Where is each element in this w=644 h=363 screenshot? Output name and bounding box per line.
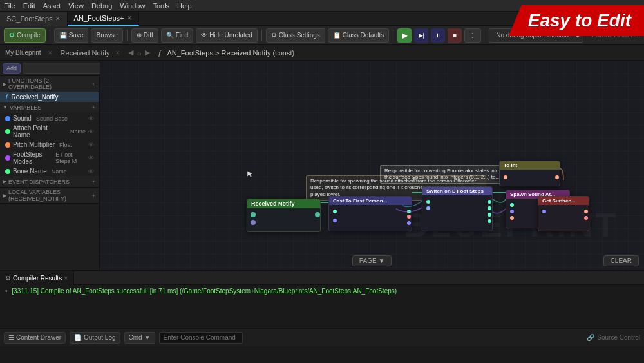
menu-view[interactable]: View bbox=[68, 2, 84, 10]
variables-section-header[interactable]: ▼ VARIABLES ＋ bbox=[0, 102, 99, 113]
variables-expand-icon: ▼ bbox=[3, 104, 8, 110]
page-button[interactable]: PAGE ▼ bbox=[352, 255, 392, 266]
hide-unrelated-button[interactable]: 👁 Hide Unrelated bbox=[196, 28, 258, 43]
local-vars-section-header[interactable]: ▶ LOCAL VARIABLES (RECEIVED_NOTIFY) ＋ bbox=[0, 188, 99, 204]
svg-point-13 bbox=[488, 219, 491, 223]
menu-asset[interactable]: Asset bbox=[43, 2, 61, 10]
add-dispatcher-button[interactable]: ＋ bbox=[91, 177, 97, 186]
pitch-visibility[interactable]: 👁 bbox=[88, 142, 94, 148]
save-button[interactable]: 💾 Save bbox=[54, 28, 89, 43]
cmd-button[interactable]: Cmd ▼ bbox=[124, 332, 155, 344]
tab-sc-footsteps[interactable]: SC_FootSteps ✕ bbox=[0, 12, 68, 26]
bone-label: Bone Name bbox=[13, 168, 47, 175]
local-vars-label: LOCAL VARIABLES (RECEIVED_NOTIFY) bbox=[8, 189, 91, 202]
sidebar-item-footsteps-modes[interactable]: FootSteps Modes E Foot Steps M 👁 bbox=[0, 150, 99, 166]
svg-point-20 bbox=[542, 210, 546, 213]
compile-icon: ⚙ bbox=[9, 32, 15, 39]
menu-edit[interactable]: Edit bbox=[23, 2, 35, 10]
save-icon: 💾 bbox=[59, 32, 67, 39]
menu-tools[interactable]: Tools bbox=[153, 2, 169, 10]
compile-button[interactable]: ⚙ Compile bbox=[4, 28, 46, 43]
clear-button[interactable]: CLEAR bbox=[603, 255, 639, 266]
compiler-label: Compiler Results bbox=[13, 275, 62, 282]
stop-button[interactable]: ■ bbox=[448, 28, 462, 43]
tab-sc-close[interactable]: ✕ bbox=[55, 15, 61, 22]
node-int-convert[interactable]: To Int bbox=[499, 161, 560, 186]
bottom-bar: ☰ Content Drawer 📄 Output Log Cmd ▼ 🔗 So… bbox=[0, 328, 644, 346]
bone-type: Name bbox=[52, 168, 67, 175]
pause-button[interactable]: ⏸ bbox=[431, 28, 445, 43]
sidebar-panel-tab[interactable]: My Blueprint bbox=[5, 49, 41, 56]
compiler-close[interactable]: ✕ bbox=[64, 275, 68, 281]
tab-an-close[interactable]: ✕ bbox=[127, 15, 132, 21]
sound-dot bbox=[5, 116, 10, 121]
tab-compiler-results[interactable]: ⚙ Compiler Results ✕ bbox=[0, 271, 74, 285]
functions-section-header[interactable]: ▶ FUNCTIONS (2 OVERRIDABLE) ＋ bbox=[0, 76, 99, 92]
class-settings-button[interactable]: ⚙ Class Settings bbox=[266, 28, 325, 43]
functions-label: FUNCTIONS (2 OVERRIDABLE) bbox=[8, 77, 91, 90]
menu-file[interactable]: File bbox=[4, 2, 15, 10]
blueprint-canvas[interactable]: BLUEPRINT Responsible for converting Enu… bbox=[100, 61, 644, 270]
bone-visibility[interactable]: 👁 bbox=[88, 168, 94, 175]
svg-point-17 bbox=[510, 216, 514, 220]
node-cast-check[interactable]: Cast To First Person... bbox=[328, 196, 412, 231]
find-icon: 🔍 bbox=[166, 32, 174, 39]
received-notify-close[interactable]: ✕ bbox=[115, 50, 120, 56]
menu-window[interactable]: Window bbox=[120, 2, 145, 10]
tab-sc-label: SC_FootSteps bbox=[6, 15, 53, 23]
breadcrumb-bar: My Blueprint ✕ Received Notify ✕ ◀ ⌂ ▶ ƒ… bbox=[0, 45, 644, 61]
dispatchers-section-header[interactable]: ▶ EVENT DISPATCHERS ＋ bbox=[0, 176, 99, 188]
sound-label: Sound bbox=[13, 115, 32, 122]
toolbar-sep-4 bbox=[393, 30, 393, 41]
sidebar-item-pitch[interactable]: Pitch Multiplier Float 👁 bbox=[0, 140, 99, 150]
attach-label: Attach Point Name bbox=[13, 124, 66, 139]
sound-visibility[interactable]: 👁 bbox=[88, 115, 94, 122]
easy-to-edit-banner: Easy to Edit bbox=[509, 5, 644, 36]
sidebar-item-sound[interactable]: Sound Sound Base 👁 bbox=[0, 113, 99, 123]
function-icon: ƒ bbox=[5, 93, 9, 101]
node-received-notify[interactable]: Received Notify bbox=[247, 199, 321, 232]
svg-point-19 bbox=[555, 175, 559, 179]
bone-dot bbox=[5, 169, 10, 174]
variables-label: VARIABLES bbox=[10, 104, 41, 111]
add-local-var-button[interactable]: ＋ bbox=[91, 191, 97, 200]
sidebar-item-bone-name[interactable]: Bone Name Name 👁 bbox=[0, 166, 99, 176]
console-input[interactable] bbox=[159, 332, 243, 344]
pitch-dot bbox=[5, 142, 10, 148]
add-function-button[interactable]: ＋ bbox=[91, 80, 97, 88]
more-options-button[interactable]: ⋮ bbox=[464, 28, 481, 43]
add-button[interactable]: Add bbox=[3, 63, 21, 74]
search-input[interactable] bbox=[23, 63, 111, 74]
find-button[interactable]: 🔍 Find bbox=[161, 28, 193, 43]
canvas-cursor bbox=[247, 170, 251, 174]
nav-home[interactable]: ⌂ bbox=[137, 49, 142, 57]
cmd-chevron: ▼ bbox=[144, 334, 151, 341]
node-surface[interactable]: Get Surface... bbox=[538, 196, 589, 231]
nav-back[interactable]: ◀ bbox=[128, 48, 133, 57]
sidebar-panel-close[interactable]: ✕ bbox=[48, 50, 53, 56]
tab-an-label: AN_FootSteps+ bbox=[74, 14, 124, 22]
sidebar-item-received-notify[interactable]: ƒ Received_Notify bbox=[0, 92, 99, 102]
breadcrumb-path: AN_FootSteps > Received Notify (const) bbox=[167, 49, 294, 57]
browse-button[interactable]: Browse bbox=[91, 28, 122, 43]
svg-point-21 bbox=[584, 210, 588, 213]
sidebar-item-attach-point[interactable]: Attach Point Name Name 👁 bbox=[0, 123, 99, 140]
play-button[interactable]: ▶ bbox=[397, 28, 412, 43]
output-log-button[interactable]: 📄 Output Log bbox=[70, 332, 120, 344]
class-defaults-button[interactable]: 📋 Class Defaults bbox=[328, 28, 389, 43]
svg-point-18 bbox=[504, 175, 507, 179]
add-variable-button[interactable]: ＋ bbox=[91, 103, 97, 112]
menu-debug[interactable]: Debug bbox=[91, 2, 112, 10]
bottom-tabs: ⚙ Compiler Results ✕ bbox=[0, 271, 644, 285]
content-drawer-button[interactable]: ☰ Content Drawer bbox=[4, 332, 66, 344]
nav-forward[interactable]: ▶ bbox=[145, 48, 150, 57]
modes-visibility[interactable]: 👁 bbox=[88, 155, 94, 161]
node-switch[interactable]: Switch on E Foot Steps bbox=[422, 186, 493, 231]
step-button[interactable]: ▶| bbox=[414, 28, 428, 43]
defaults-icon: 📋 bbox=[333, 32, 341, 39]
attach-visibility[interactable]: 👁 bbox=[88, 128, 94, 135]
tab-an-footsteps[interactable]: AN_FootSteps+ ✕ bbox=[68, 12, 139, 26]
received-notify-tab[interactable]: Received Notify bbox=[61, 49, 110, 57]
menu-help[interactable]: Help bbox=[177, 2, 192, 10]
diff-button[interactable]: ⊕ Diff bbox=[131, 28, 158, 43]
